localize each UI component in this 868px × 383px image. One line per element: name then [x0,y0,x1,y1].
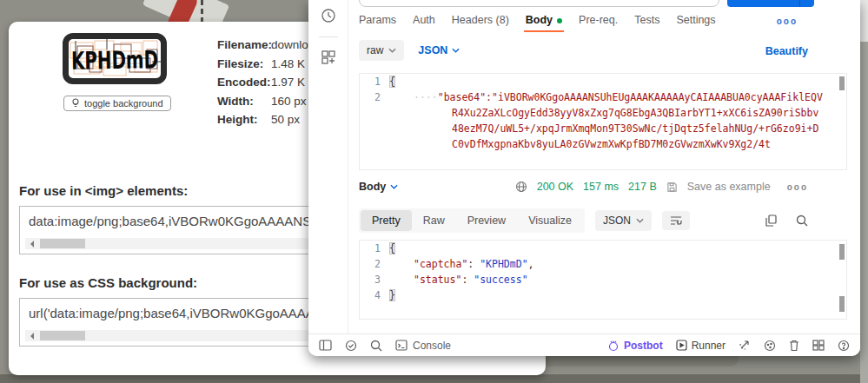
tab-preview[interactable]: Preview [456,210,517,231]
response-time[interactable]: 157 ms [583,181,619,193]
json-value-status: "success" [474,274,527,286]
runner-button[interactable]: Runner [676,340,726,352]
request-tabs: Params Auth Headers (8) Body Pre-req. Te… [359,14,716,26]
tab-pre-req[interactable]: Pre-req. [579,14,618,26]
line-number: 2 [360,89,389,152]
copy-icon[interactable] [765,215,777,227]
tab-params[interactable]: Params [359,14,396,26]
request-more-options[interactable]: ooo [777,17,798,26]
postbot-button[interactable]: Postbot [607,340,663,352]
send-button[interactable] [727,0,814,7]
capture-icon[interactable] [739,340,751,351]
viewer-scrollbar-thumb[interactable] [839,244,845,260]
css-usage-heading: For use as CSS background: [19,275,197,290]
meta-label: Filename: [217,36,271,55]
postman-left-rail [308,0,348,356]
console-button[interactable]: Console [395,340,451,352]
meta-label: Encoded: [217,73,271,92]
cookie-icon[interactable] [764,340,776,352]
line-number: 1 [360,74,389,89]
console-icon [395,340,407,351]
img-usage-heading: For use in <img> elements: [19,183,188,198]
meta-value: 1.48 K [271,55,305,74]
tab-body[interactable]: Body [526,14,562,26]
response-toolbar: Pretty Raw Preview Visualize JSON [359,208,808,233]
scroll-left-arrow-icon[interactable] [25,330,37,341]
meta-label: Height: [217,110,271,129]
search-icon[interactable] [370,340,382,352]
meta-value: 50 px [271,110,300,129]
response-body-viewer[interactable]: 1 { 2 "captcha": "KPHDmD", 3 "status": "… [359,240,847,320]
response-language-dropdown[interactable]: JSON [595,210,652,231]
console-label: Console [413,340,451,352]
status-code[interactable]: 200 OK [537,181,573,193]
response-more-options[interactable]: ooo [787,182,808,192]
line-number: 3 [360,272,389,287]
body-modified-dot [557,18,562,23]
response-body-dropdown[interactable]: Body [359,181,398,193]
line-number: 2 [360,256,389,272]
chevron-down-icon [636,218,644,223]
checklist-icon[interactable] [345,340,357,352]
editor-scrollbar-thumb[interactable] [839,76,845,90]
tab-visualize[interactable]: Visualize [517,210,583,231]
image-metadata: Filename: downlo Filesize: 1.48 K Encode… [217,36,308,129]
response-header: Body 200 OK 157 ms 217 B Save as example… [359,181,808,193]
beautify-link[interactable]: Beautify [765,45,808,57]
scroll-left-arrow-icon[interactable] [25,238,37,249]
sidebar-toggle-icon[interactable] [319,340,332,351]
search-icon[interactable] [796,215,808,227]
save-as-example-button[interactable]: Save as example [687,181,771,193]
postbot-label: Postbot [624,340,663,352]
runner-label: Runner [692,340,726,352]
postbot-icon [607,340,620,352]
postman-window: Params Auth Headers (8) Body Pre-req. Te… [308,0,860,356]
request-language-dropdown[interactable]: JSON [418,44,460,56]
request-body-editor[interactable]: 1 { 2 "base64":"iVBORw0KGgoAAAANSUhEUgAA… [359,73,847,170]
globe-icon[interactable] [515,181,527,193]
meta-label: Filesize: [217,55,271,74]
response-size[interactable]: 217 B [628,181,657,193]
tab-headers[interactable]: Headers (8) [452,14,509,26]
body-type-dropdown[interactable]: raw [359,40,404,61]
scrollbar-thumb[interactable] [40,239,85,248]
response-view-tabs: Pretty Raw Preview Visualize [359,208,585,233]
json-key-captcha: "captcha" [414,258,467,270]
json-value-captcha: "KPHDmD" [480,258,527,270]
background-right-strip-top [860,0,868,42]
collections-icon[interactable] [320,49,337,66]
line-number: 1 [360,241,389,256]
background-right-strip [860,0,868,383]
save-icon[interactable] [666,182,678,193]
help-icon[interactable] [838,340,850,352]
trash-icon[interactable] [789,340,799,352]
json-key-status: "status" [414,274,461,286]
history-icon[interactable] [320,7,337,24]
json-string-value: "iVBORw0KGgoAAAANSUhEUgAAAKAAAAAyCAIAAAB… [452,91,823,150]
tab-body-label: Body [526,14,553,26]
tab-settings[interactable]: Settings [676,14,715,26]
url-input[interactable] [359,0,719,7]
json-separator: : [467,258,480,270]
meta-row-height: Height: 50 px [217,110,308,129]
open-brace: { [389,76,395,88]
tab-pretty[interactable]: Pretty [361,210,412,231]
wrap-lines-icon[interactable] [662,211,690,230]
chevron-down-icon [390,184,398,189]
tab-raw[interactable]: Raw [412,210,456,231]
meta-value: 1.97 K [271,73,305,92]
split-panes-icon[interactable] [812,340,825,351]
meta-row-filesize: Filesize: 1.48 K [217,55,308,74]
viewer-scrollbar-thumb[interactable] [839,296,845,312]
runner-play-icon [676,340,687,351]
json-colon: : [486,91,492,103]
request-json-line: "base64":"iVBORw0KGgoAAAANSUhEUgAAAKAAAA… [389,89,824,152]
tab-auth[interactable]: Auth [413,14,435,26]
line-number: 4 [360,287,389,303]
tab-tests[interactable]: Tests [634,14,659,26]
meta-row-encoded: Encoded: 1.97 K [217,73,308,92]
toggle-background-button[interactable]: toggle background [63,96,171,111]
scrollbar-thumb[interactable] [40,331,85,340]
chevron-down-icon [452,48,460,53]
captcha-image: KPHDmD [63,33,167,84]
